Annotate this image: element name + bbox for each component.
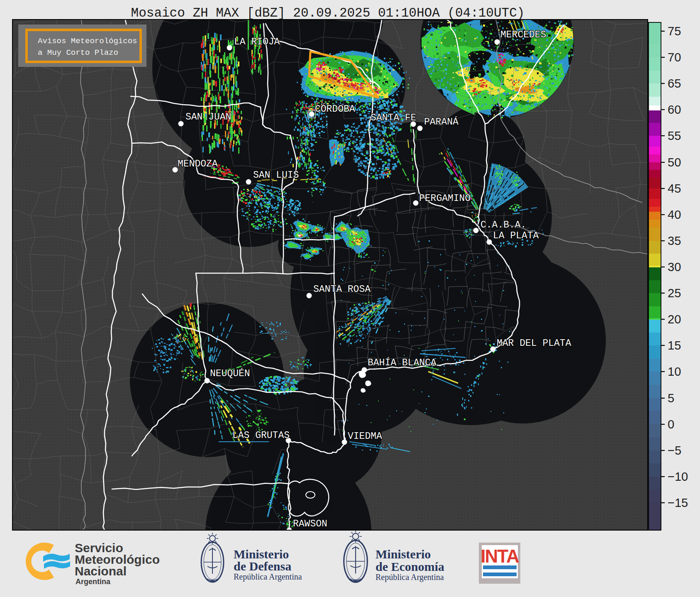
svg-text:20: 20: [668, 313, 681, 326]
svg-text:a Muy Corto Plazo: a Muy Corto Plazo: [38, 48, 118, 57]
svg-text:MERCEDES: MERCEDES: [500, 29, 546, 40]
svg-text:SANTA FE: SANTA FE: [371, 113, 416, 123]
svg-text:República Argentina: República Argentina: [376, 573, 444, 582]
svg-text:PERGAMINO: PERGAMINO: [419, 193, 471, 204]
svg-text:NEUQUÉN: NEUQUÉN: [210, 368, 250, 379]
svg-text:0: 0: [668, 418, 674, 431]
svg-text:75: 75: [668, 24, 681, 38]
svg-text:10: 10: [668, 365, 681, 378]
svg-text:Avisos Meteorológicos: Avisos Meteorológicos: [38, 37, 137, 46]
svg-text:Ministerio: Ministerio: [376, 547, 431, 561]
svg-text:de Defensa: de Defensa: [234, 559, 291, 573]
svg-text:60: 60: [668, 103, 681, 116]
svg-text:MAR DEL PLATA: MAR DEL PLATA: [497, 338, 571, 349]
svg-text:LA RIOJA: LA RIOJA: [234, 37, 280, 47]
svg-text:INTA: INTA: [480, 546, 519, 566]
svg-text:25: 25: [668, 286, 681, 300]
svg-text:5: 5: [668, 391, 674, 405]
svg-text:−5: −5: [668, 444, 681, 457]
svg-text:MENDOZA: MENDOZA: [178, 159, 218, 169]
svg-text:65: 65: [668, 77, 681, 90]
svg-text:SAN JUAN: SAN JUAN: [185, 112, 231, 122]
svg-text:70: 70: [668, 51, 681, 64]
svg-text:−10: −10: [668, 470, 688, 483]
svg-text:Nacional: Nacional: [75, 564, 127, 578]
svg-text:BAHÍA BLANCA: BAHÍA BLANCA: [368, 357, 437, 368]
svg-text:LA PLATA: LA PLATA: [493, 230, 539, 241]
svg-text:40: 40: [668, 208, 681, 221]
svg-text:de Economía: de Economía: [376, 560, 444, 573]
svg-text:LAS GRUTAS: LAS GRUTAS: [232, 430, 290, 441]
svg-text:VIEDMA: VIEDMA: [348, 431, 382, 442]
svg-text:Argentina: Argentina: [76, 577, 111, 586]
svg-text:Mosaico ZH MAX [dBZ] 20.09.202: Mosaico ZH MAX [dBZ] 20.09.2025 01:10HOA…: [131, 6, 525, 20]
svg-text:SAN LUIS: SAN LUIS: [253, 170, 299, 181]
svg-text:República Argentina: República Argentina: [234, 572, 302, 582]
svg-text:−15: −15: [668, 496, 688, 509]
svg-text:PARANÁ: PARANÁ: [424, 116, 459, 127]
svg-text:CÓRDOBA: CÓRDOBA: [315, 103, 355, 115]
svg-text:45: 45: [668, 182, 681, 195]
svg-text:C.A.B.A.: C.A.B.A.: [480, 220, 526, 230]
svg-text:55: 55: [668, 129, 681, 142]
svg-text:35: 35: [668, 234, 681, 247]
svg-text:50: 50: [668, 156, 681, 169]
svg-text:30: 30: [668, 260, 681, 274]
svg-text:15: 15: [668, 339, 681, 352]
svg-text:SANTA ROSA: SANTA ROSA: [313, 284, 371, 295]
svg-text:RAWSON: RAWSON: [293, 519, 327, 529]
